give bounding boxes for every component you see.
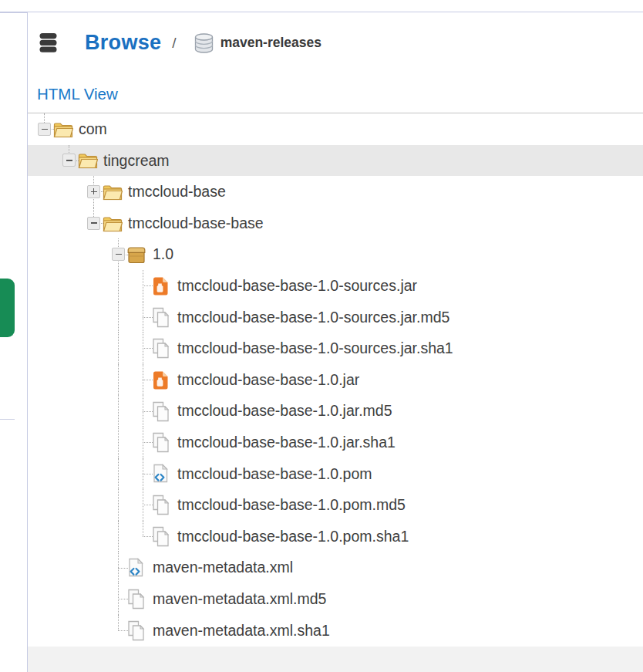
tree-guide-line — [118, 395, 119, 427]
collapse-minus-icon[interactable] — [112, 248, 125, 261]
collapsed-sidebar-tab[interactable] — [0, 279, 15, 337]
tree-row[interactable]: tmccloud-base-base-1.0.jar — [28, 364, 643, 396]
tree-row[interactable]: 1.0 — [28, 238, 643, 270]
tree-node-label: tmccloud-base-base-1.0.pom.sha1 — [177, 521, 409, 552]
pages-icon — [127, 620, 148, 641]
tree-guide-line — [118, 615, 119, 630]
pages-icon — [152, 307, 173, 328]
tree-node-label: 1.0 — [153, 238, 173, 270]
tree-guide-line — [118, 333, 119, 364]
tree-node-label: tmccloud-base-base-1.0.jar.sha1 — [177, 427, 396, 458]
tree-node-label: tmccloud-base — [128, 176, 226, 208]
pages-icon — [152, 401, 173, 422]
pages-icon — [152, 338, 173, 359]
tree-node-label: tmccloud-base-base — [128, 208, 264, 239]
tree-node-label: tmccloud-base-base-1.0.pom.md5 — [177, 489, 406, 521]
expand-plus-icon[interactable] — [87, 185, 100, 198]
main-content: Browse / maven-releases HTML View comtin… — [28, 12, 643, 672]
tree-row[interactable]: com — [28, 113, 643, 145]
tree-row[interactable]: maven-metadata.xml — [28, 552, 643, 583]
xml-icon — [152, 464, 173, 485]
tree-row[interactable]: tmccloud-base — [28, 176, 643, 208]
tree-node-label: tingcream — [103, 145, 170, 177]
xml-icon — [127, 558, 148, 579]
tree-guide-line — [143, 521, 143, 536]
pages-icon — [152, 495, 173, 515]
breadcrumb-separator: / — [172, 35, 176, 52]
html-view-link[interactable]: HTML View — [37, 85, 118, 103]
folder-open-icon — [78, 150, 99, 171]
tree-node-label: maven-metadata.xml.md5 — [153, 583, 326, 615]
tree-row[interactable]: maven-metadata.xml.sha1 — [28, 615, 643, 647]
tree-row[interactable]: tmccloud-base-base-1.0.pom — [28, 458, 643, 490]
tree-node-label: tmccloud-base-base-1.0.pom — [177, 458, 372, 490]
tree-node-label: tmccloud-base-base-1.0-sources.jar — [177, 270, 417, 302]
pages-icon — [152, 432, 173, 453]
breadcrumb: Browse / maven-releases — [28, 12, 643, 55]
collapse-minus-icon[interactable] — [62, 154, 76, 167]
folder-open-icon — [103, 213, 123, 234]
tree-row[interactable]: tmccloud-base-base-1.0.pom.sha1 — [28, 521, 643, 552]
collapse-minus-icon[interactable] — [87, 217, 100, 230]
repository-tree: comtingcreamtmccloud-basetmccloud-base-b… — [28, 113, 643, 647]
footer-band — [28, 647, 643, 672]
tree-node-label: tmccloud-base-base-1.0-sources.jar.sha1 — [177, 333, 453, 364]
folder-open-icon — [103, 181, 123, 202]
tree-guide-line — [118, 270, 119, 302]
tree-guide-line — [118, 521, 119, 552]
tree-node-label: com — [79, 113, 107, 145]
collapse-minus-icon[interactable] — [38, 123, 51, 136]
pages-icon — [152, 526, 173, 547]
pages-icon — [127, 589, 148, 610]
database-icon — [39, 32, 57, 53]
tree-guide-line — [118, 302, 119, 333]
tree-node-label: tmccloud-base-base-1.0-sources.jar.md5 — [177, 302, 449, 333]
tree-guide-line — [118, 427, 119, 458]
repository-database-icon — [194, 32, 214, 54]
folder-open-icon — [53, 119, 74, 140]
tree-row[interactable]: tmccloud-base-base-1.0.jar.sha1 — [28, 427, 643, 458]
tree-row[interactable]: tmccloud-base-base-1.0.jar.md5 — [28, 395, 643, 427]
tree-row[interactable]: tmccloud-base-base-1.0.pom.md5 — [28, 489, 643, 521]
tree-row[interactable]: tmccloud-base-base-1.0-sources.jar.md5 — [28, 302, 643, 333]
tree-guide-line — [118, 364, 119, 396]
tree-node-label: tmccloud-base-base-1.0.jar.md5 — [177, 395, 392, 427]
box-icon — [127, 245, 148, 265]
jar-icon — [152, 275, 173, 296]
tree-node-label: tmccloud-base-base-1.0.jar — [177, 364, 359, 396]
tree-row[interactable]: tmccloud-base-base-1.0-sources.jar.sha1 — [28, 333, 643, 364]
tree-row[interactable]: tmccloud-base-base — [28, 208, 643, 239]
jar-icon — [152, 370, 173, 390]
tree-guide-line — [118, 489, 119, 521]
left-strip-divider — [0, 419, 15, 420]
tree-node-label: maven-metadata.xml.sha1 — [153, 615, 330, 647]
page-title[interactable]: Browse — [85, 31, 161, 55]
tree-row[interactable]: maven-metadata.xml.md5 — [28, 583, 643, 615]
tree-row[interactable]: tmccloud-base-base-1.0-sources.jar — [28, 270, 643, 302]
browse-page: Browse / maven-releases HTML View comtin… — [0, 0, 643, 672]
repository-name: maven-releases — [221, 35, 322, 51]
tree-guide-line — [118, 458, 119, 490]
tree-row[interactable]: tingcream — [28, 145, 643, 177]
tree-node-label: maven-metadata.xml — [153, 552, 293, 583]
